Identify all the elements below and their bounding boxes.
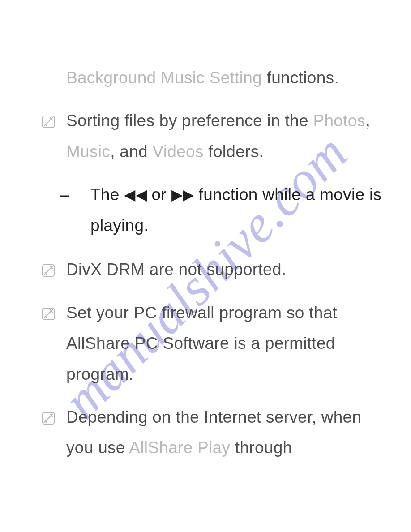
dash: – (75, 180, 90, 210)
sub-rewind-forward: – The ◀◀ or ▶▶ function while a movie is… (40, 180, 389, 241)
text-functions: functions. (262, 69, 339, 87)
sep2: , and (110, 142, 152, 161)
rewind-icon: ◀◀ (124, 186, 147, 203)
sep1: , (365, 112, 370, 130)
sub-before: The (90, 185, 124, 204)
text-divx: DivX DRM are not supported. (66, 260, 286, 279)
page-content: Background Music Setting functions. Sort… (40, 63, 389, 463)
sub-mid: or (147, 185, 171, 204)
note-icon (41, 405, 56, 419)
line-bg-music: Background Music Setting functions. (40, 63, 389, 93)
fast-forward-icon: ▶▶ (171, 186, 194, 203)
text-sorting-tail: folders. (204, 142, 264, 161)
note-icon (41, 257, 56, 271)
label-photos: Photos (313, 112, 365, 130)
note-firewall: Set your PC firewall program so that All… (40, 298, 389, 390)
note-allshare-play: Depending on the Internet server, when y… (40, 402, 389, 463)
manual-page: manualshive.com Background Music Setting… (0, 0, 411, 532)
note-icon (41, 300, 56, 315)
label-allshare-play: AllShare Play (129, 438, 230, 457)
text-firewall: Set your PC firewall program so that All… (66, 304, 337, 383)
text-allshare-tail: through (230, 438, 292, 457)
note-icon (41, 108, 56, 123)
label-videos: Videos (153, 142, 204, 161)
label-music: Music (66, 142, 110, 161)
note-divx: DivX DRM are not supported. (40, 254, 389, 285)
text-sorting-lead: Sorting files by preference in the (66, 112, 313, 130)
label-bg-music-setting: Background Music Setting (66, 69, 262, 87)
note-sorting: Sorting files by preference in the Photo… (40, 106, 389, 167)
